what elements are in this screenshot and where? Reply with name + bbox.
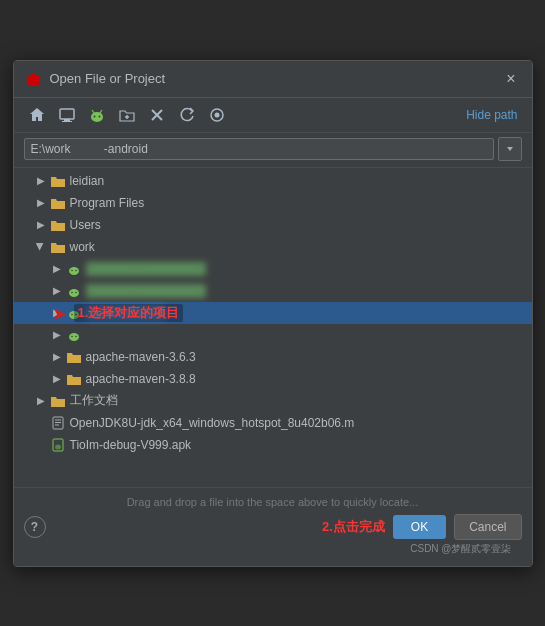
expand-button[interactable] <box>204 104 230 126</box>
chevron-icon: ▶ <box>34 218 48 232</box>
tree-item-label: web <box>86 284 206 298</box>
annotation-1: 1.选择对应的项目 <box>74 304 184 322</box>
tree-item[interactable]: ▶ work <box>14 236 532 258</box>
close-button[interactable]: × <box>502 69 519 89</box>
tree-item[interactable]: ▶ apache-maven-3.8.8 <box>14 368 532 390</box>
tree-item-label: OpenJDK8U-jdk_x64_windows_hotspot_8u402b… <box>70 416 355 430</box>
tree-item[interactable]: ▶ Users <box>14 214 532 236</box>
tree-item[interactable]: ▶ leidian <box>14 170 532 192</box>
tree-item[interactable]: ▶ web <box>14 280 532 302</box>
new-folder-button[interactable] <box>114 104 140 126</box>
tree-item-selected[interactable]: ▶ -android 1.选择对应的项目 ➤ <box>14 302 532 324</box>
tree-item[interactable]: ▶ OpenJDK8U-jdk_x64_windows_hotspot_8u40… <box>14 412 532 434</box>
folder-icon <box>50 239 66 255</box>
svg-point-22 <box>75 291 77 293</box>
tree-item-label: apache-maven-3.6.3 <box>86 350 196 364</box>
annotation-2: 2.点击完成 <box>322 518 385 536</box>
android-folder-icon <box>66 261 82 277</box>
svg-rect-2 <box>60 109 74 119</box>
tree-item-label: work <box>70 240 95 254</box>
chevron-icon: ▶ <box>50 262 64 276</box>
svg-point-24 <box>71 313 73 315</box>
folder-icon <box>50 195 66 211</box>
svg-point-18 <box>71 269 73 271</box>
action-buttons: 2.点击完成 OK Cancel <box>322 514 522 540</box>
apk-icon <box>50 437 66 453</box>
folder-icon <box>66 371 82 387</box>
drag-drop-hint: Drag and drop a file into the space abov… <box>24 496 522 508</box>
tree-item[interactable]: ▶ Program Files <box>14 192 532 214</box>
svg-marker-16 <box>507 147 513 151</box>
svg-line-8 <box>92 110 94 113</box>
file-tree: ▶ leidian ▶ Program Files ▶ Users ▶ <box>14 167 532 487</box>
android-folder-icon <box>66 327 82 343</box>
tree-item-label: Program Files <box>70 196 145 210</box>
bottom-actions: ? 2.点击完成 OK Cancel <box>24 514 522 540</box>
help-button[interactable]: ? <box>24 516 46 538</box>
svg-point-20 <box>69 289 79 297</box>
svg-point-26 <box>69 333 79 341</box>
android-folder-icon <box>66 283 82 299</box>
tree-item-label: apache-maven-3.8.8 <box>86 372 196 386</box>
folder-icon <box>66 349 82 365</box>
path-input[interactable] <box>24 138 494 160</box>
android-button[interactable] <box>84 104 110 126</box>
svg-point-7 <box>98 115 100 117</box>
ok-button[interactable]: OK <box>393 515 446 539</box>
file-icon <box>50 415 66 431</box>
clear-path-button[interactable] <box>144 104 170 126</box>
svg-rect-0 <box>28 76 40 85</box>
chevron-icon: ▶ <box>34 394 48 408</box>
toolbar: Hide path <box>14 98 532 133</box>
tree-item-label: TioIm-debug-V999.apk <box>70 438 192 452</box>
chevron-icon: ▶ <box>50 350 64 364</box>
tree-item[interactable]: ▶ server <box>14 258 532 280</box>
path-dropdown-button[interactable] <box>498 137 522 161</box>
svg-point-34 <box>55 444 61 449</box>
watermark: CSDN @梦醒贰零壹柒 <box>24 540 522 558</box>
svg-line-9 <box>100 110 102 113</box>
chevron-icon: ▶ <box>34 174 48 188</box>
tree-item[interactable]: ▶ <box>14 324 532 346</box>
svg-point-19 <box>75 269 77 271</box>
svg-rect-3 <box>64 119 70 121</box>
dialog-title: Open File or Project <box>50 71 166 86</box>
chevron-icon: ▶ <box>50 284 64 298</box>
svg-point-17 <box>69 267 79 275</box>
svg-point-28 <box>75 335 77 337</box>
tree-item[interactable]: ▶ apache-maven-3.6.3 <box>14 346 532 368</box>
tree-item-label: server <box>86 262 206 276</box>
svg-point-5 <box>91 112 103 122</box>
desktop-button[interactable] <box>54 104 80 126</box>
hide-path-button[interactable]: Hide path <box>462 106 521 124</box>
title-left: Open File or Project <box>26 71 166 87</box>
red-arrow-icon: ➤ <box>52 303 67 325</box>
chevron-icon: ▶ <box>34 196 48 210</box>
path-bar <box>24 137 522 161</box>
chevron-icon: ▶ <box>50 328 64 342</box>
cancel-button[interactable]: Cancel <box>454 514 521 540</box>
folder-icon <box>50 217 66 233</box>
open-file-dialog: Open File or Project × <box>13 60 533 567</box>
folder-icon <box>50 173 66 189</box>
folder-icon <box>50 393 66 409</box>
svg-marker-1 <box>31 74 35 76</box>
bottom-bar: Drag and drop a file into the space abov… <box>14 487 532 566</box>
chevron-icon: ▶ <box>34 240 48 254</box>
dialog-icon <box>26 71 42 87</box>
refresh-button[interactable] <box>174 104 200 126</box>
svg-point-21 <box>71 291 73 293</box>
tree-item-label: Users <box>70 218 101 232</box>
tree-item[interactable]: ▶ 工作文档 <box>14 390 532 412</box>
svg-point-27 <box>71 335 73 337</box>
svg-point-6 <box>93 115 95 117</box>
tree-item-label: 工作文档 <box>70 392 118 409</box>
svg-point-15 <box>214 112 219 117</box>
title-bar: Open File or Project × <box>14 61 532 98</box>
home-button[interactable] <box>24 104 50 126</box>
tree-item[interactable]: ▶ TioIm-debug-V999.apk <box>14 434 532 456</box>
chevron-icon: ▶ <box>50 372 64 386</box>
svg-rect-4 <box>62 121 72 122</box>
tree-item-label: leidian <box>70 174 105 188</box>
toolbar-buttons <box>24 104 230 126</box>
